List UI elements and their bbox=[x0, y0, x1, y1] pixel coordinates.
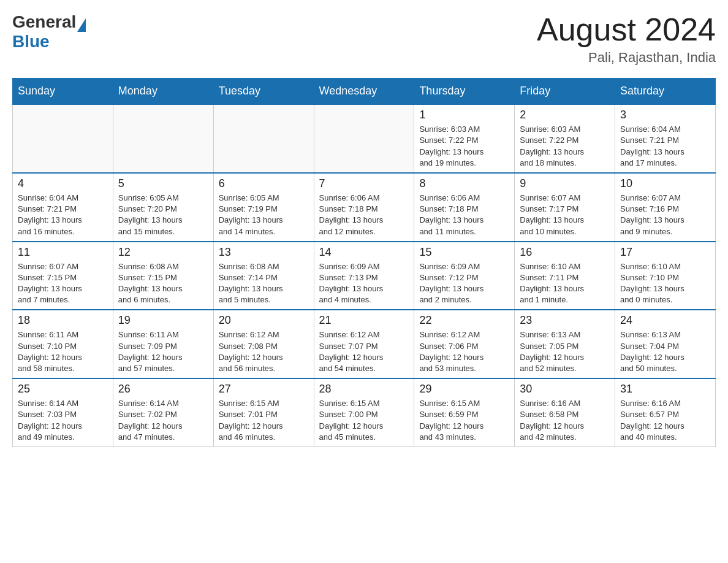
calendar-cell: 22Sunrise: 6:12 AMSunset: 7:06 PMDayligh… bbox=[414, 310, 515, 378]
day-number: 11 bbox=[18, 246, 108, 259]
day-number: 25 bbox=[18, 383, 108, 396]
calendar-cell: 28Sunrise: 6:15 AMSunset: 7:00 PMDayligh… bbox=[314, 378, 414, 446]
calendar-cell: 25Sunrise: 6:14 AMSunset: 7:03 PMDayligh… bbox=[13, 378, 113, 446]
calendar-cell bbox=[13, 104, 113, 173]
calendar-cell: 4Sunrise: 6:04 AMSunset: 7:21 PMDaylight… bbox=[13, 173, 113, 242]
column-header-sunday: Sunday bbox=[13, 79, 113, 105]
location-title: Pali, Rajasthan, India bbox=[537, 50, 716, 66]
day-number: 6 bbox=[219, 177, 309, 190]
week-row-3: 11Sunrise: 6:07 AMSunset: 7:15 PMDayligh… bbox=[13, 242, 716, 310]
day-info: Sunrise: 6:07 AMSunset: 7:15 PMDaylight:… bbox=[18, 261, 108, 306]
day-number: 14 bbox=[319, 246, 409, 259]
calendar-cell: 1Sunrise: 6:03 AMSunset: 7:22 PMDaylight… bbox=[414, 104, 515, 173]
day-number: 21 bbox=[319, 314, 409, 327]
calendar-cell: 16Sunrise: 6:10 AMSunset: 7:11 PMDayligh… bbox=[515, 242, 615, 310]
day-info: Sunrise: 6:13 AMSunset: 7:04 PMDaylight:… bbox=[620, 329, 710, 374]
calendar-cell: 29Sunrise: 6:15 AMSunset: 6:59 PMDayligh… bbox=[414, 378, 515, 446]
day-info: Sunrise: 6:12 AMSunset: 7:08 PMDaylight:… bbox=[219, 329, 309, 374]
calendar-cell: 6Sunrise: 6:05 AMSunset: 7:19 PMDaylight… bbox=[213, 173, 314, 242]
day-number: 10 bbox=[620, 177, 710, 190]
calendar-cell: 2Sunrise: 6:03 AMSunset: 7:22 PMDaylight… bbox=[515, 104, 615, 173]
day-info: Sunrise: 6:16 AMSunset: 6:57 PMDaylight:… bbox=[620, 398, 710, 443]
day-number: 16 bbox=[520, 246, 610, 259]
calendar-cell: 15Sunrise: 6:09 AMSunset: 7:12 PMDayligh… bbox=[414, 242, 515, 310]
day-info: Sunrise: 6:11 AMSunset: 7:10 PMDaylight:… bbox=[18, 329, 108, 374]
day-number: 12 bbox=[118, 246, 208, 259]
calendar-cell: 26Sunrise: 6:14 AMSunset: 7:02 PMDayligh… bbox=[113, 378, 213, 446]
day-info: Sunrise: 6:12 AMSunset: 7:06 PMDaylight:… bbox=[419, 329, 509, 374]
logo-general: General bbox=[12, 12, 76, 32]
day-number: 9 bbox=[520, 177, 610, 190]
day-number: 7 bbox=[319, 177, 409, 190]
day-info: Sunrise: 6:07 AMSunset: 7:16 PMDaylight:… bbox=[620, 193, 710, 237]
calendar-cell bbox=[314, 104, 414, 173]
column-header-friday: Friday bbox=[515, 79, 615, 105]
calendar-cell bbox=[113, 104, 213, 173]
day-info: Sunrise: 6:09 AMSunset: 7:12 PMDaylight:… bbox=[419, 261, 509, 306]
day-info: Sunrise: 6:08 AMSunset: 7:14 PMDaylight:… bbox=[219, 261, 309, 306]
calendar-cell: 17Sunrise: 6:10 AMSunset: 7:10 PMDayligh… bbox=[615, 242, 716, 310]
calendar-cell: 31Sunrise: 6:16 AMSunset: 6:57 PMDayligh… bbox=[615, 378, 716, 446]
calendar-cell: 27Sunrise: 6:15 AMSunset: 7:01 PMDayligh… bbox=[213, 378, 314, 446]
day-number: 8 bbox=[419, 177, 509, 190]
day-info: Sunrise: 6:03 AMSunset: 7:22 PMDaylight:… bbox=[419, 124, 509, 169]
column-header-wednesday: Wednesday bbox=[314, 79, 414, 105]
day-info: Sunrise: 6:06 AMSunset: 7:18 PMDaylight:… bbox=[319, 193, 409, 237]
logo-blue: Blue bbox=[12, 32, 86, 52]
column-header-thursday: Thursday bbox=[414, 79, 515, 105]
calendar-header-row: SundayMondayTuesdayWednesdayThursdayFrid… bbox=[13, 79, 716, 105]
day-info: Sunrise: 6:05 AMSunset: 7:19 PMDaylight:… bbox=[219, 193, 309, 237]
day-number: 19 bbox=[118, 314, 208, 327]
day-number: 29 bbox=[419, 383, 509, 396]
calendar-cell: 20Sunrise: 6:12 AMSunset: 7:08 PMDayligh… bbox=[213, 310, 314, 378]
day-info: Sunrise: 6:16 AMSunset: 6:58 PMDaylight:… bbox=[520, 398, 610, 443]
column-header-saturday: Saturday bbox=[615, 79, 716, 105]
logo-triangle-icon bbox=[77, 18, 86, 32]
day-info: Sunrise: 6:15 AMSunset: 7:00 PMDaylight:… bbox=[319, 398, 409, 443]
calendar-cell: 8Sunrise: 6:06 AMSunset: 7:18 PMDaylight… bbox=[414, 173, 515, 242]
calendar-cell: 5Sunrise: 6:05 AMSunset: 7:20 PMDaylight… bbox=[113, 173, 213, 242]
week-row-2: 4Sunrise: 6:04 AMSunset: 7:21 PMDaylight… bbox=[13, 173, 716, 242]
day-info: Sunrise: 6:06 AMSunset: 7:18 PMDaylight:… bbox=[419, 193, 509, 237]
day-info: Sunrise: 6:11 AMSunset: 7:09 PMDaylight:… bbox=[118, 329, 208, 374]
week-row-4: 18Sunrise: 6:11 AMSunset: 7:10 PMDayligh… bbox=[13, 310, 716, 378]
week-row-5: 25Sunrise: 6:14 AMSunset: 7:03 PMDayligh… bbox=[13, 378, 716, 446]
calendar-cell: 30Sunrise: 6:16 AMSunset: 6:58 PMDayligh… bbox=[515, 378, 615, 446]
day-info: Sunrise: 6:05 AMSunset: 7:20 PMDaylight:… bbox=[118, 193, 208, 237]
day-info: Sunrise: 6:13 AMSunset: 7:05 PMDaylight:… bbox=[520, 329, 610, 374]
day-number: 28 bbox=[319, 383, 409, 396]
page-header: General Blue August 2024 Pali, Rajasthan… bbox=[12, 12, 716, 66]
calendar-cell: 13Sunrise: 6:08 AMSunset: 7:14 PMDayligh… bbox=[213, 242, 314, 310]
logo: General Blue bbox=[12, 12, 86, 52]
column-header-monday: Monday bbox=[113, 79, 213, 105]
day-info: Sunrise: 6:14 AMSunset: 7:02 PMDaylight:… bbox=[118, 398, 208, 443]
calendar-cell: 9Sunrise: 6:07 AMSunset: 7:17 PMDaylight… bbox=[515, 173, 615, 242]
calendar-table: SundayMondayTuesdayWednesdayThursdayFrid… bbox=[12, 78, 716, 447]
day-number: 24 bbox=[620, 314, 710, 327]
day-number: 5 bbox=[118, 177, 208, 190]
calendar-cell: 10Sunrise: 6:07 AMSunset: 7:16 PMDayligh… bbox=[615, 173, 716, 242]
column-header-tuesday: Tuesday bbox=[213, 79, 314, 105]
calendar-cell: 24Sunrise: 6:13 AMSunset: 7:04 PMDayligh… bbox=[615, 310, 716, 378]
month-title: August 2024 bbox=[537, 12, 716, 47]
calendar-cell bbox=[213, 104, 314, 173]
calendar-cell: 3Sunrise: 6:04 AMSunset: 7:21 PMDaylight… bbox=[615, 104, 716, 173]
day-number: 4 bbox=[18, 177, 108, 190]
day-number: 27 bbox=[219, 383, 309, 396]
calendar-cell: 21Sunrise: 6:12 AMSunset: 7:07 PMDayligh… bbox=[314, 310, 414, 378]
day-number: 20 bbox=[219, 314, 309, 327]
day-info: Sunrise: 6:10 AMSunset: 7:11 PMDaylight:… bbox=[520, 261, 610, 306]
day-info: Sunrise: 6:04 AMSunset: 7:21 PMDaylight:… bbox=[620, 124, 710, 169]
calendar-cell: 12Sunrise: 6:08 AMSunset: 7:15 PMDayligh… bbox=[113, 242, 213, 310]
day-number: 17 bbox=[620, 246, 710, 259]
day-info: Sunrise: 6:12 AMSunset: 7:07 PMDaylight:… bbox=[319, 329, 409, 374]
day-number: 22 bbox=[419, 314, 509, 327]
day-number: 13 bbox=[219, 246, 309, 259]
day-info: Sunrise: 6:04 AMSunset: 7:21 PMDaylight:… bbox=[18, 193, 108, 237]
day-info: Sunrise: 6:15 AMSunset: 6:59 PMDaylight:… bbox=[419, 398, 509, 443]
day-info: Sunrise: 6:09 AMSunset: 7:13 PMDaylight:… bbox=[319, 261, 409, 306]
day-number: 3 bbox=[620, 109, 710, 121]
title-container: August 2024 Pali, Rajasthan, India bbox=[537, 12, 716, 66]
calendar-cell: 19Sunrise: 6:11 AMSunset: 7:09 PMDayligh… bbox=[113, 310, 213, 378]
week-row-1: 1Sunrise: 6:03 AMSunset: 7:22 PMDaylight… bbox=[13, 104, 716, 173]
